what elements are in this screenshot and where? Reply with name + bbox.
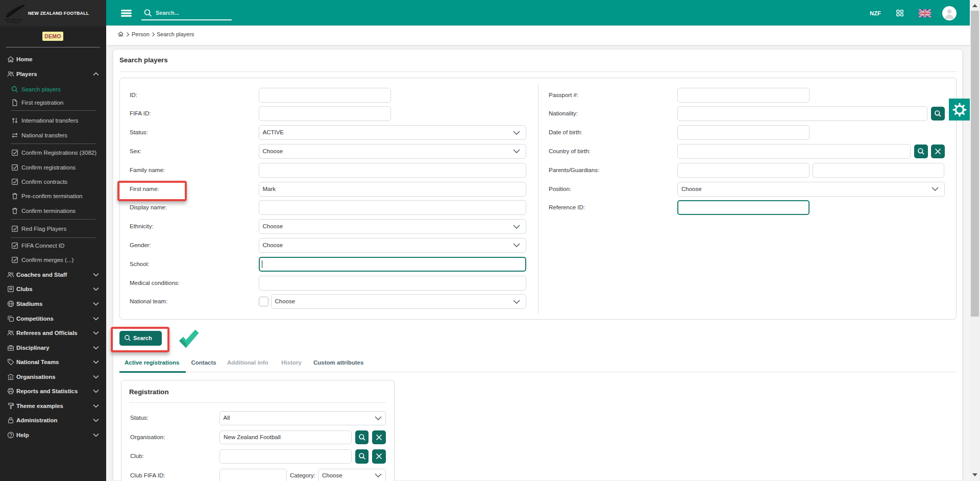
svg-text:FOOTBALL: FOOTBALL bbox=[7, 21, 20, 23]
